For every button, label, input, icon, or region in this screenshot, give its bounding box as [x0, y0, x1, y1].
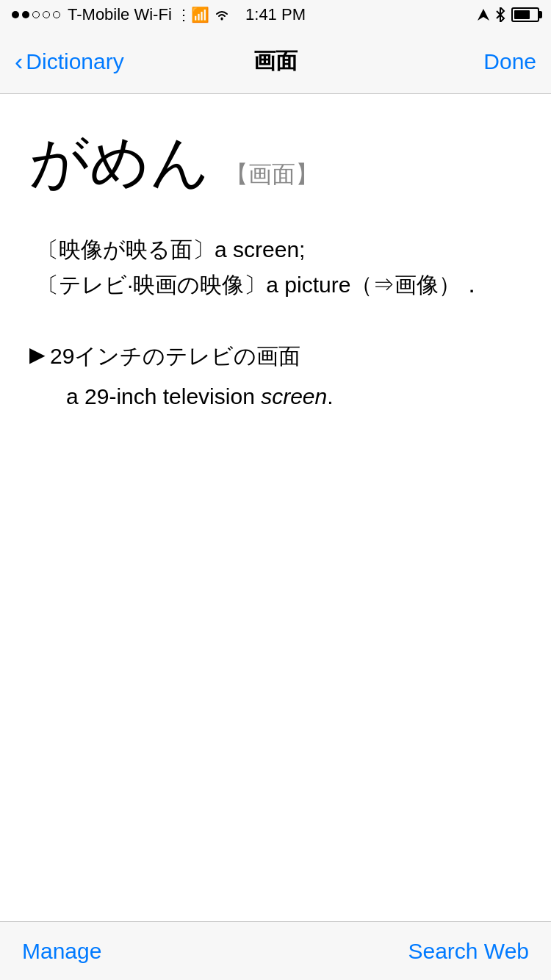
battery-fill	[514, 10, 530, 19]
back-button[interactable]: ‹ Dictionary	[15, 47, 124, 76]
definition-block: 〔映像が映る面〕a screen; 〔テレビ·映画の映像〕a picture（⇒…	[29, 232, 522, 303]
example-japanese-text: 29インチのテレビの画面	[50, 339, 300, 372]
example-japanese: ▶ 29インチのテレビの画面	[29, 339, 522, 372]
carrier-label: T-Mobile Wi-Fi	[68, 5, 172, 24]
status-bar: T-Mobile Wi-Fi ⋮📶 1:41 PM	[0, 0, 551, 29]
status-left: T-Mobile Wi-Fi ⋮📶	[12, 5, 230, 24]
done-button[interactable]: Done	[483, 49, 536, 74]
signal-dots	[12, 11, 60, 18]
signal-dot-2	[22, 11, 29, 18]
search-web-button[interactable]: Search Web	[408, 939, 529, 964]
status-time: 1:41 PM	[245, 5, 306, 24]
signal-dot-3	[32, 11, 40, 18]
example-english: a 29-inch television screen.	[66, 380, 522, 413]
location-icon	[478, 9, 489, 21]
back-chevron-icon: ‹	[15, 47, 23, 76]
bluetooth-icon	[495, 7, 505, 22]
nav-title: 画面	[253, 46, 298, 76]
nav-bar: ‹ Dictionary 画面 Done	[0, 29, 551, 94]
word-reading: 【画面】	[225, 159, 319, 191]
example-english-end: .	[327, 384, 333, 408]
signal-dot-1	[12, 11, 19, 18]
bottom-bar: Manage Search Web	[0, 921, 551, 980]
example-bullet: ▶	[29, 339, 46, 370]
definition-text: 〔映像が映る面〕a screen; 〔テレビ·映画の映像〕a picture（⇒…	[37, 232, 522, 303]
example-block: ▶ 29インチのテレビの画面 a 29-inch television scre…	[29, 339, 522, 413]
status-right	[478, 7, 539, 22]
wifi-icon: ⋮📶	[176, 6, 209, 24]
svg-point-0	[220, 18, 223, 21]
battery-icon	[511, 7, 539, 22]
back-label: Dictionary	[26, 49, 123, 74]
word-header: がめん 【画面】	[29, 123, 522, 203]
example-english-plain: a 29-inch television	[66, 384, 261, 408]
wifi-signal-icon	[214, 8, 230, 21]
content-area: がめん 【画面】 〔映像が映る面〕a screen; 〔テレビ·映画の映像〕a …	[0, 94, 551, 921]
signal-dot-4	[43, 11, 50, 18]
manage-button[interactable]: Manage	[22, 939, 101, 964]
word-main: がめん	[29, 123, 210, 203]
example-english-italic: screen	[261, 384, 327, 408]
signal-dot-5	[53, 11, 60, 18]
svg-marker-1	[478, 9, 489, 21]
